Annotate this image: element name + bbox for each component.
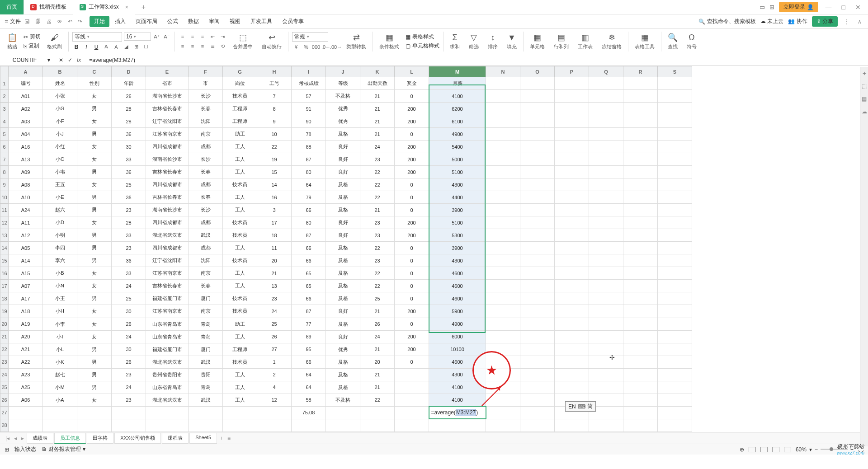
close-icon[interactable]: × (125, 4, 128, 10)
cell[interactable]: 小明 (43, 229, 77, 242)
sheet-tab-5[interactable]: Sheet5 (189, 433, 217, 444)
cell[interactable]: 6100 (429, 115, 486, 128)
cell[interactable] (486, 153, 520, 166)
col-header-M[interactable]: M (429, 66, 486, 77)
cell[interactable]: 及格 (326, 254, 360, 267)
cell[interactable]: 福建省厦门市 (146, 292, 189, 305)
cell[interactable]: 湖北省武汉市 (146, 394, 189, 406)
cell[interactable] (658, 166, 692, 178)
cell[interactable]: 200 (395, 153, 429, 166)
side-style-icon[interactable]: ▤ (862, 96, 867, 102)
cell[interactable]: 女 (77, 394, 112, 406)
caret-icon[interactable]: ∧ (856, 19, 863, 25)
cell[interactable]: 四川省成都市 (146, 216, 189, 229)
cell[interactable]: 工号 (257, 77, 292, 90)
cell-button[interactable]: ▦单元格 (527, 33, 547, 50)
cell[interactable] (589, 356, 623, 368)
cell[interactable]: 11 (257, 242, 292, 254)
cell[interactable] (520, 191, 555, 204)
cell[interactable] (486, 318, 520, 330)
row-header[interactable]: 15 (0, 254, 9, 267)
cell[interactable] (486, 115, 520, 128)
cell[interactable]: 女 (77, 115, 112, 128)
cell[interactable]: 0 (395, 90, 429, 103)
cell[interactable] (623, 115, 658, 128)
cell[interactable]: 厦门 (189, 292, 223, 305)
cell[interactable]: 21 (257, 267, 292, 280)
cell[interactable]: 及格 (326, 267, 360, 280)
cell[interactable]: 江苏省南京市 (146, 305, 189, 318)
sheet-tab-3[interactable]: XXX公司销售额 (114, 433, 161, 444)
cell[interactable] (360, 419, 395, 431)
italic-button[interactable]: I (82, 43, 90, 51)
cell[interactable] (257, 419, 292, 431)
row-header[interactable]: 3 (0, 103, 9, 115)
sheet-nav-prev-icon[interactable]: ◂ (12, 435, 19, 441)
col-header-E[interactable]: E (146, 66, 189, 77)
cell[interactable]: 长春 (189, 166, 223, 178)
cell[interactable] (623, 242, 658, 254)
cell[interactable]: 考核成绩 (292, 77, 326, 90)
cell[interactable]: 工程师 (223, 103, 257, 115)
cell[interactable]: 长沙 (189, 90, 223, 103)
cell[interactable]: 男 (77, 204, 112, 216)
cell[interactable]: A24 (9, 204, 43, 216)
cell[interactable] (112, 419, 146, 431)
cell[interactable]: 女 (77, 330, 112, 343)
cell[interactable]: 男 (77, 166, 112, 178)
cell[interactable]: 男 (77, 191, 112, 204)
cell[interactable]: 23 (360, 153, 395, 166)
cell[interactable] (486, 280, 520, 292)
cell[interactable] (658, 267, 692, 280)
cell[interactable] (589, 242, 623, 254)
sheet-tab-2[interactable]: 田字格 (87, 433, 113, 444)
cell[interactable] (658, 204, 692, 216)
cell[interactable] (658, 381, 692, 394)
cell[interactable]: 良好 (326, 305, 360, 318)
cell[interactable] (360, 406, 395, 419)
cell[interactable]: A04 (9, 128, 43, 141)
cell[interactable] (520, 242, 555, 254)
cell[interactable] (658, 419, 692, 431)
cell[interactable]: 22 (360, 178, 395, 191)
rowcol-button[interactable]: ▤行和列 (551, 33, 571, 50)
cell[interactable]: 0 (395, 191, 429, 204)
cell[interactable]: 23 (360, 216, 395, 229)
cell[interactable] (623, 419, 658, 431)
cell[interactable]: 36 (112, 128, 146, 141)
wrap-button[interactable]: ↩自动换行 (259, 33, 284, 50)
cell[interactable] (520, 153, 555, 166)
cell[interactable]: A18 (9, 305, 43, 318)
cell[interactable] (555, 318, 589, 330)
cell[interactable]: 20 (257, 254, 292, 267)
row-header[interactable]: 22 (0, 343, 9, 356)
cell[interactable] (520, 356, 555, 368)
type-convert-button[interactable]: ⇄类型转换 (344, 33, 369, 50)
cell[interactable]: 0 (395, 356, 429, 368)
cell[interactable] (257, 406, 292, 419)
cell[interactable] (520, 394, 555, 406)
cell[interactable] (77, 419, 112, 431)
cell[interactable] (486, 242, 520, 254)
col-header-L[interactable]: L (395, 66, 429, 77)
cell[interactable]: 0 (395, 267, 429, 280)
cell[interactable] (555, 141, 589, 153)
cell[interactable]: 90 (292, 115, 326, 128)
cell[interactable]: 14 (257, 178, 292, 191)
cell[interactable] (555, 216, 589, 229)
cell[interactable] (326, 419, 360, 431)
table-style-button[interactable]: ▦表格样式 (406, 33, 439, 41)
align-left-icon[interactable]: ≡ (179, 42, 187, 50)
cell[interactable]: 3900 (429, 204, 486, 216)
cell[interactable]: 16 (257, 191, 292, 204)
cell[interactable]: 工程师 (223, 115, 257, 128)
cell[interactable]: 男 (77, 292, 112, 305)
cell[interactable]: 及格 (326, 356, 360, 368)
cell[interactable]: 吉林省长春市 (146, 103, 189, 115)
cell[interactable] (486, 305, 520, 318)
cell[interactable] (555, 77, 589, 90)
cell[interactable]: 奖金 (395, 77, 429, 90)
cell[interactable]: 男 (77, 381, 112, 394)
cell[interactable]: 小D (43, 216, 77, 229)
cell[interactable]: 87 (292, 305, 326, 318)
